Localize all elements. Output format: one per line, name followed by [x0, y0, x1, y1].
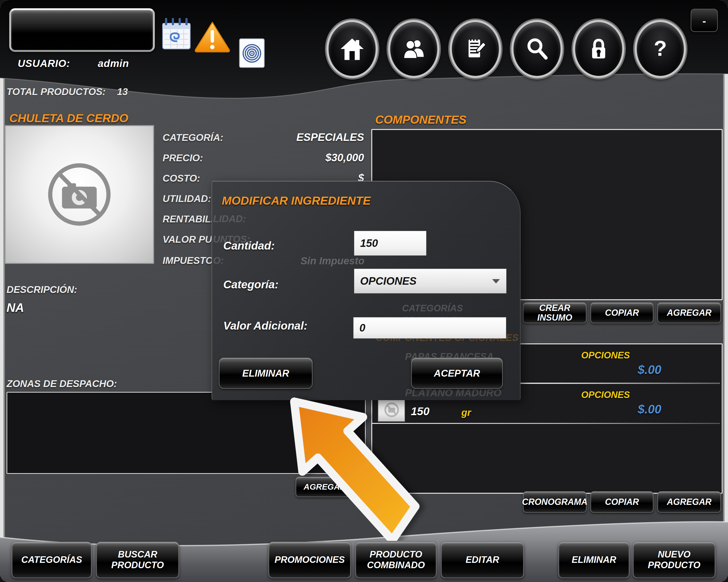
field-categoria: CATEGORÍA: ESPECIALES [163, 132, 364, 147]
modal-eliminar-button[interactable]: ELIMINAR [219, 358, 313, 389]
item-unit: gr [461, 407, 471, 418]
product-name-title: CHULETA DE CERDO [9, 112, 128, 125]
zonas-label: ZONAS DE DESPACHO: [6, 378, 117, 389]
product-image-placeholder[interactable] [5, 125, 154, 264]
ghost-impuesto: O: [213, 255, 224, 266]
item-thumbnail [378, 397, 405, 422]
categoria-dropdown-value: OPCIONES [360, 275, 416, 287]
lock-icon [586, 36, 612, 62]
valor-adicional-input[interactable]: 0 [353, 317, 506, 338]
usuario-row: USUARIO: admin [18, 58, 70, 70]
modal-categoria-label: Categoría: [223, 278, 278, 291]
search-button[interactable] [511, 20, 563, 78]
usuario-label: USUARIO: [18, 58, 70, 69]
componentes-copiar-button[interactable]: COPIAR [591, 302, 653, 323]
item-precio: $.00 [638, 363, 661, 377]
login-display-box [9, 8, 155, 52]
row-separator [372, 423, 720, 424]
opcionales-copiar-button[interactable]: COPIAR [591, 491, 653, 512]
total-productos-label: TOTAL PRODUCTOS: [6, 86, 106, 97]
no-photo-mini-icon [383, 401, 400, 418]
item-qty: 150 [411, 405, 430, 418]
lock-button[interactable] [573, 20, 624, 78]
zonas-panel[interactable] [6, 392, 366, 474]
chevron-down-icon [492, 279, 500, 283]
buscar-producto-button[interactable]: BUSCAR PRODUCTO [96, 542, 179, 578]
app-window: USUARIO: admin [0, 0, 728, 582]
editar-button[interactable]: EDITAR [441, 542, 524, 578]
warning-icon[interactable] [193, 21, 231, 53]
field-costo-label: COSTO: [163, 173, 200, 184]
field-precio-value: $30,000 [213, 151, 364, 164]
users-button[interactable] [388, 20, 440, 78]
modal-title: MODIFICAR INGREDIENTE [222, 194, 370, 207]
categoria-dropdown[interactable]: OPCIONES [354, 269, 506, 294]
modal-aceptar-button[interactable]: ACEPTAR [411, 358, 503, 389]
crear-insumo-button[interactable]: CREAR INSUMO [523, 302, 587, 323]
home-icon [339, 36, 365, 62]
ghost-sin-impuesto: Sin Impuesto [296, 255, 364, 267]
help-icon: ? [647, 36, 673, 62]
descripcion-value: NA [6, 301, 24, 315]
item-categoria: OPCIONES [581, 390, 630, 400]
svg-text:?: ? [654, 36, 667, 60]
minimize-button[interactable]: - [691, 9, 718, 32]
no-photo-icon [43, 158, 116, 231]
calendar-icon[interactable] [162, 17, 191, 51]
nuevo-producto-button[interactable]: NUEVO PRODUCTO [633, 542, 716, 578]
notes-icon [462, 36, 489, 62]
search-icon [524, 36, 550, 62]
categorias-button[interactable]: CATEGORÍAS [11, 542, 92, 578]
zonas-agregar-button[interactable]: AGREGAR [295, 477, 354, 497]
valor-adicional-label: Valor Adicional: [223, 319, 308, 332]
ghost-row2-name: PLATANO MADURO [405, 387, 501, 399]
componentes-title: COMPONENTES [375, 113, 466, 126]
users-icon [401, 36, 427, 62]
fingerprint-icon[interactable] [239, 38, 265, 68]
home-button[interactable] [327, 20, 378, 78]
cantidad-label: Cantidad: [223, 239, 275, 252]
producto-combinado-button[interactable]: PRODUCTO COMBINADO [355, 542, 437, 578]
modificar-ingrediente-modal: MODIFICAR INGREDIENTE LIDAD: UNTOS: O: S… [212, 181, 521, 400]
ghost-categorias-line1: CATEGORÍAS [394, 303, 471, 313]
opcionales-agregar-button[interactable]: AGREGAR [657, 491, 721, 512]
item-categoria: OPCIONES [581, 350, 630, 361]
eliminar-button[interactable]: ELIMINAR [558, 542, 629, 578]
field-utilidad-label: UTILIDAD: [163, 193, 211, 204]
cronograma-button[interactable]: CRONOGRAMA [523, 491, 587, 512]
descripcion-label: DESCRIPCIÓN: [6, 284, 77, 295]
field-precio: PRECIO: $30,000 [163, 153, 364, 167]
field-categoria-value: ESPECIALES [213, 131, 364, 143]
help-button[interactable]: ? [634, 20, 686, 78]
field-precio-label: PRECIO: [163, 153, 203, 163]
usuario-value: admin [98, 58, 129, 70]
notes-button[interactable] [450, 20, 501, 78]
promociones-button[interactable]: PROMOCIONES [268, 542, 351, 578]
ghost-rentabilidad: LIDAD: [213, 213, 246, 224]
total-productos-value: 13 [117, 86, 128, 97]
componentes-agregar-button[interactable]: AGREGAR [657, 302, 721, 323]
cantidad-input[interactable]: 150 [354, 231, 426, 256]
total-productos: TOTAL PRODUCTOS: 13 [6, 86, 128, 97]
item-precio: $.00 [638, 402, 661, 416]
field-impuesto-label: IMPUESTO: [163, 255, 216, 266]
